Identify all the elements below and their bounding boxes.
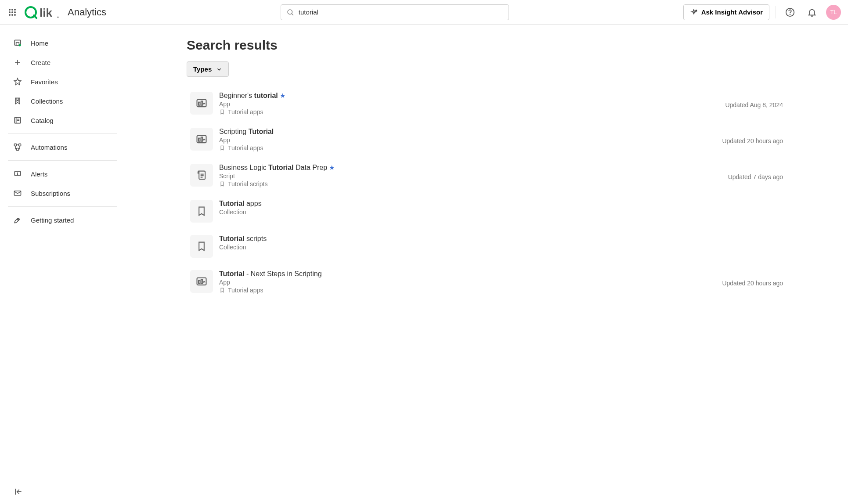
result-type: App: [219, 101, 725, 108]
svg-rect-37: [198, 102, 200, 105]
search-box[interactable]: [281, 4, 509, 20]
collection-icon: [190, 200, 213, 223]
chevron-down-icon: [216, 66, 222, 72]
star-icon: [13, 77, 22, 86]
sidebar-divider: [8, 160, 117, 161]
result-collection: Tutorial apps: [219, 144, 722, 151]
svg-rect-27: [19, 144, 21, 146]
sidebar-item-catalog[interactable]: Catalog: [0, 111, 125, 130]
result-title: Business Logic Tutorial Data Prep★: [219, 164, 728, 172]
search-result-row[interactable]: Tutorial apps Collection: [187, 194, 787, 229]
plus-icon: [13, 58, 22, 67]
result-title: Tutorial scripts: [219, 235, 783, 243]
sidebar-item-favorites[interactable]: Favorites: [0, 72, 125, 91]
bookmark-icon: [219, 287, 225, 293]
sidebar-item-subscriptions[interactable]: Subscriptions: [0, 184, 125, 203]
bookmark-icon: [219, 181, 225, 187]
bookmark-icon: [219, 145, 225, 151]
svg-point-15: [790, 14, 790, 14]
svg-point-1: [11, 9, 13, 11]
result-title: Tutorial apps: [219, 200, 783, 208]
svg-marker-21: [14, 79, 21, 85]
svg-point-0: [9, 9, 11, 11]
product-name: Analytics: [68, 7, 106, 18]
svg-text:lik: lik: [40, 6, 52, 19]
sidebar-item-home[interactable]: Home: [0, 33, 125, 53]
search-result-row[interactable]: Tutorial scripts Collection: [187, 229, 787, 264]
result-collection: Tutorial apps: [219, 287, 722, 294]
collapse-sidebar-icon[interactable]: [13, 486, 24, 497]
sparkle-icon: [690, 8, 698, 16]
search-input[interactable]: [299, 8, 503, 16]
bookmark-icon: [219, 109, 225, 115]
top-header: lik Analytics Ask Insight Advisor TL: [0, 0, 848, 25]
result-type: Collection: [219, 244, 783, 251]
sidebar-divider: [8, 133, 117, 134]
sidebar-item-label: Favorites: [31, 78, 58, 86]
favorite-star-icon: ★: [329, 164, 335, 171]
search-icon: [286, 8, 294, 16]
sidebar-item-label: Collections: [31, 97, 63, 105]
search-result-row[interactable]: Beginner's tutorial★ App Tutorial apps U…: [187, 86, 787, 122]
user-avatar[interactable]: TL: [826, 5, 841, 20]
result-title: Beginner's tutorial★: [219, 92, 725, 100]
svg-point-5: [14, 11, 16, 13]
app-icon: [190, 270, 213, 293]
header-right: Ask Insight Advisor TL: [683, 4, 841, 20]
qlik-logo[interactable]: lik: [25, 5, 60, 19]
search-result-row[interactable]: Business Logic Tutorial Data Prep★ Scrip…: [187, 158, 787, 194]
bookmark-icon: [13, 97, 22, 105]
result-collection: Tutorial apps: [219, 108, 725, 115]
result-type: App: [219, 137, 722, 144]
sidebar-item-create[interactable]: Create: [0, 53, 125, 72]
svg-point-11: [58, 16, 59, 18]
home-icon: [13, 39, 22, 47]
search-wrapper: [106, 4, 683, 20]
result-updated: Updated 20 hours ago: [722, 270, 783, 294]
svg-point-31: [18, 175, 18, 175]
sidebar-item-alerts[interactable]: Alerts: [0, 164, 125, 184]
automation-icon: [13, 143, 22, 151]
sidebar-item-automations[interactable]: Automations: [0, 137, 125, 157]
result-type: Collection: [219, 209, 783, 216]
app-icon: [190, 128, 213, 151]
script-icon: [190, 164, 213, 187]
result-type: App: [219, 279, 722, 286]
svg-point-8: [14, 14, 16, 16]
search-result-row[interactable]: Scripting Tutorial App Tutorial apps Upd…: [187, 122, 787, 158]
result-type: Script: [219, 173, 728, 180]
svg-point-2: [14, 9, 16, 11]
notifications-icon[interactable]: [804, 4, 820, 20]
results-list: Beginner's tutorial★ App Tutorial apps U…: [187, 86, 787, 300]
svg-rect-41: [201, 137, 203, 141]
svg-point-12: [288, 10, 292, 14]
divider: [776, 6, 776, 18]
insight-label: Ask Insight Advisor: [701, 8, 763, 16]
sidebar-item-label: Create: [31, 59, 51, 66]
result-updated: Updated Aug 8, 2024: [725, 92, 783, 115]
result-collection: Tutorial scripts: [219, 180, 728, 187]
page-title: Search results: [187, 38, 787, 53]
result-updated: Updated 20 hours ago: [722, 128, 783, 151]
svg-rect-40: [198, 138, 200, 141]
svg-rect-26: [14, 144, 17, 146]
sidebar-item-label: Subscriptions: [31, 190, 70, 197]
help-icon[interactable]: [782, 4, 798, 20]
result-title: Tutorial - Next Steps in Scripting: [219, 270, 722, 278]
sidebar-item-getting-started[interactable]: Getting started: [0, 210, 125, 230]
rocket-icon: [13, 216, 22, 224]
types-filter-button[interactable]: Types: [187, 61, 229, 77]
app-launcher-icon[interactable]: [7, 7, 18, 18]
sidebar-item-collections[interactable]: Collections: [0, 91, 125, 111]
layout: Home Create Favorites Collections Catalo…: [0, 25, 848, 504]
ask-insight-advisor-button[interactable]: Ask Insight Advisor: [683, 4, 769, 20]
types-label: Types: [193, 65, 212, 73]
svg-point-4: [11, 11, 13, 13]
app-icon: [190, 92, 213, 115]
favorite-star-icon: ★: [280, 92, 285, 99]
search-result-row[interactable]: Tutorial - Next Steps in Scripting App T…: [187, 264, 787, 300]
result-title: Scripting Tutorial: [219, 128, 722, 136]
svg-point-3: [9, 11, 11, 13]
svg-rect-46: [198, 281, 200, 284]
sidebar-item-label: Home: [31, 40, 48, 47]
